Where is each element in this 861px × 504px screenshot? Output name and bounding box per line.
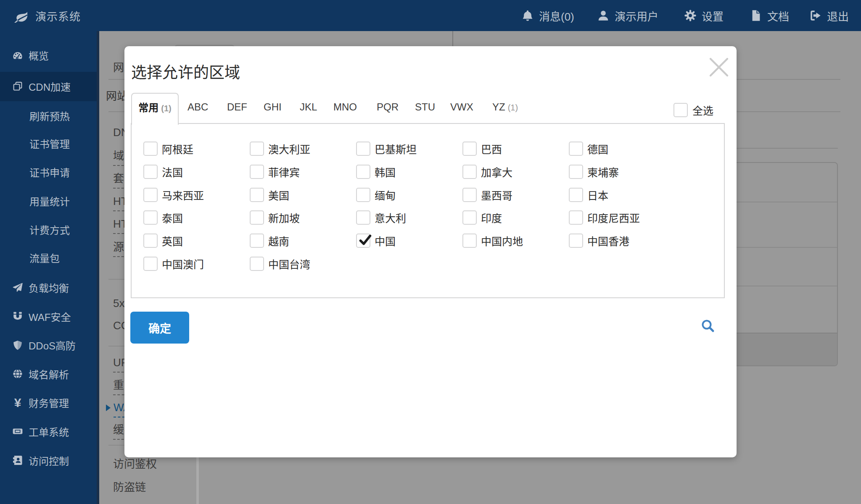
region-option[interactable]: 缅甸 — [356, 188, 396, 202]
checkbox[interactable] — [250, 234, 264, 248]
checkbox[interactable] — [356, 142, 370, 156]
checkbox[interactable] — [569, 210, 583, 225]
topbar-docs[interactable]: 文档 — [750, 0, 789, 31]
checkbox[interactable] — [356, 165, 370, 179]
select-all-checkbox[interactable]: 全选 — [673, 102, 713, 118]
region-option[interactable]: 中国内地 — [462, 234, 523, 248]
topbar-logout[interactable]: 退出 — [809, 0, 849, 31]
tab-vwx[interactable]: VWX — [450, 99, 473, 116]
tab-yz[interactable]: YZ(1) — [492, 99, 518, 116]
checkbox[interactable] — [569, 142, 583, 156]
checkbox[interactable] — [462, 234, 477, 248]
sidebar-item-refresh-preheat[interactable]: 刷新预热 — [0, 101, 97, 130]
topbar-settings[interactable]: 设置 — [684, 0, 724, 31]
topbar-user[interactable]: 演示用户 — [597, 0, 658, 31]
ticket-icon — [12, 426, 23, 437]
checkbox[interactable] — [143, 188, 158, 202]
checkbox[interactable] — [569, 165, 583, 179]
region-option[interactable]: 印度尼西亚 — [569, 210, 640, 225]
region-option[interactable]: 泰国 — [143, 210, 183, 225]
region-option[interactable]: 巴西 — [462, 142, 502, 156]
checkbox[interactable] — [143, 142, 158, 156]
checkbox[interactable] — [356, 188, 370, 202]
checkbox[interactable] — [462, 142, 477, 156]
tab-common[interactable]: 常用(1) — [131, 93, 179, 125]
topbar-docs-label: 文档 — [767, 8, 789, 24]
checkbox[interactable] — [143, 234, 158, 248]
brand-title: 演示系统 — [35, 8, 81, 24]
sidebar-item-load-balance[interactable]: 负载均衡 — [0, 273, 97, 302]
sidebar-item-usage-stats[interactable]: 用量统计 — [0, 186, 97, 215]
sidebar-item-cert-manage[interactable]: 证书管理 — [0, 129, 97, 158]
tab-mno[interactable]: MNO — [333, 99, 357, 116]
sidebar-item-ddos[interactable]: DDoS高防 — [0, 331, 97, 360]
checkbox[interactable] — [569, 188, 583, 202]
checkbox[interactable] — [356, 210, 370, 225]
region-option[interactable]: 中国台湾 — [250, 257, 310, 271]
checkbox[interactable] — [250, 257, 264, 271]
checkbox[interactable] — [673, 103, 688, 117]
sidebar-item-label: 流量包 — [29, 250, 60, 265]
sidebar-item-waf[interactable]: WAF安全 — [0, 302, 97, 331]
sidebar-item-traffic-pack[interactable]: 流量包 — [0, 243, 97, 273]
region-option[interactable]: 中国澳门 — [143, 257, 204, 271]
close-icon[interactable] — [709, 57, 729, 77]
region-option[interactable]: 菲律宾 — [250, 165, 300, 179]
sidebar-item-cdn[interactable]: CDN加速 — [0, 72, 97, 101]
checkbox[interactable] — [569, 234, 583, 248]
sidebar-item-access-control[interactable]: 访问控制 — [0, 446, 97, 475]
checkbox[interactable] — [462, 210, 477, 225]
sidebar-item-overview[interactable]: 概览 — [0, 41, 97, 70]
checkbox[interactable] — [250, 165, 264, 179]
sidebar-item-dns[interactable]: 域名解析 — [0, 359, 97, 388]
sidebar-item-label: CDN加速 — [29, 79, 71, 94]
region-option[interactable]: 新加坡 — [250, 210, 300, 225]
region-option[interactable]: 加拿大 — [462, 165, 512, 179]
search-icon[interactable] — [700, 319, 716, 334]
sidebar-item-label: 负载均衡 — [29, 280, 69, 295]
region-option[interactable]: 英国 — [143, 234, 183, 248]
region-option[interactable]: 德国 — [569, 142, 608, 156]
checkbox[interactable] — [250, 210, 264, 225]
shield-icon — [12, 340, 23, 351]
region-option[interactable]: 阿根廷 — [143, 142, 193, 156]
tab-ghi[interactable]: GHI — [264, 99, 282, 116]
region-option[interactable]: 墨西哥 — [462, 188, 512, 202]
checkbox[interactable] — [462, 188, 477, 202]
region-option[interactable]: 中国香港 — [569, 234, 629, 248]
sidebar-item-finance[interactable]: ¥ 财务管理 — [0, 388, 97, 417]
checkbox[interactable] — [143, 210, 158, 225]
region-option[interactable]: 日本 — [569, 188, 608, 202]
checkbox[interactable] — [462, 165, 477, 179]
sidebar-item-cert-apply[interactable]: 证书申请 — [0, 157, 97, 186]
topbar-messages[interactable]: 消息(0) — [521, 0, 574, 31]
region-option[interactable]: 柬埔寨 — [569, 165, 619, 179]
checkbox[interactable] — [356, 234, 370, 248]
region-option[interactable]: 美国 — [250, 188, 289, 202]
paper-plane-icon — [12, 282, 23, 293]
checkbox[interactable] — [143, 165, 158, 179]
tab-def[interactable]: DEF — [227, 99, 247, 116]
region-option[interactable]: 韩国 — [356, 165, 396, 179]
tab-jkl[interactable]: JKL — [300, 99, 317, 116]
region-option[interactable]: 印度 — [462, 210, 502, 225]
tab-abc[interactable]: ABC — [188, 99, 208, 116]
confirm-button[interactable]: 确定 — [130, 312, 189, 344]
modal-title: 选择允许的区域 — [131, 60, 240, 83]
region-option[interactable]: 法国 — [143, 165, 183, 179]
region-option[interactable]: 意大利 — [356, 210, 406, 225]
sidebar-item-tickets[interactable]: 工单系统 — [0, 417, 97, 446]
region-option[interactable]: 巴基斯坦 — [356, 142, 417, 156]
checkbox[interactable] — [250, 188, 264, 202]
gear-icon — [684, 9, 697, 22]
checkbox[interactable] — [250, 142, 264, 156]
checkbox[interactable] — [143, 257, 158, 271]
region-option[interactable]: 中国 — [356, 234, 396, 248]
tab-stu[interactable]: STU — [415, 99, 435, 116]
tab-pqr[interactable]: PQR — [377, 99, 399, 116]
region-option[interactable]: 澳大利亚 — [250, 142, 310, 156]
region-option[interactable]: 马来西亚 — [143, 188, 204, 202]
region-option[interactable]: 越南 — [250, 234, 289, 248]
sidebar-item-billing[interactable]: 计费方式 — [0, 215, 97, 244]
sidebar-item-label: 概览 — [29, 48, 49, 63]
